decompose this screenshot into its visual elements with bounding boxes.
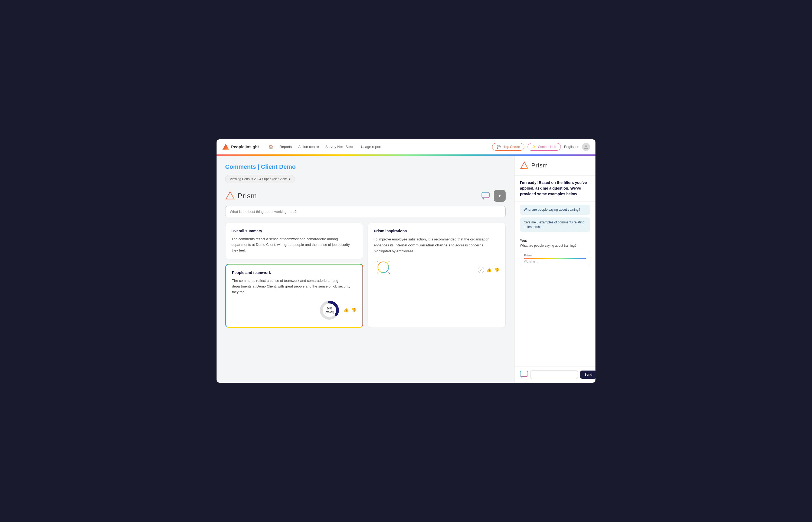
thumbs-up-inspiration[interactable]: 👍 (486, 267, 492, 273)
page-title: Comments | Client Demo (225, 163, 506, 170)
inspiration-title: Prism inspirations (374, 229, 499, 233)
lightbulb-icon (374, 259, 393, 281)
overall-summary-card: Overall summary The comments reflect a s… (225, 223, 363, 259)
thumbs-down-inspiration[interactable]: 👎 (494, 267, 499, 273)
sidebar-input-area: Send (515, 366, 596, 383)
chat-input-icon (520, 371, 528, 378)
user-icon (584, 145, 588, 149)
thumbs-row: 👍 👎 (344, 307, 356, 313)
thumbs-up-teamwork[interactable]: 👍 (344, 307, 349, 313)
language-selector[interactable]: English + (564, 145, 579, 149)
svg-rect-3 (482, 192, 489, 198)
nav-survey-next-steps[interactable]: Survey Next Steps (325, 144, 354, 150)
sidebar-conversation: You: What are people saying about traini… (515, 235, 596, 366)
thumbs-down-teamwork[interactable]: 👎 (351, 307, 356, 313)
chat-toggle-button[interactable] (480, 190, 491, 202)
prism-working-label: Prism (524, 254, 586, 257)
main-layout: Comments | Client Demo Viewing Census 20… (216, 156, 596, 383)
chat-icon (482, 192, 490, 200)
prism-working-block: Prism Working ... (520, 251, 590, 266)
help-centre-button[interactable]: 💬 Help Centre (492, 143, 524, 150)
sidebar-suggestions: What are people saying about training? G… (515, 201, 596, 235)
page-title-dynamic: Client Demo (261, 163, 295, 170)
plus-icon: + (577, 145, 579, 149)
logo: People|Insight (222, 143, 259, 150)
viewing-label: Viewing Census 2024 Super-User View (230, 177, 287, 181)
donut-chart: 34% (n=224) (318, 299, 340, 321)
page-title-static: Comments | (225, 163, 261, 170)
bulb-area: ✓ 👍 👎 (374, 259, 499, 281)
prism-sidebar: Prism I'm ready! Based on the filters yo… (514, 156, 596, 383)
sidebar-header: Prism (515, 156, 596, 176)
check-button[interactable]: ✓ (478, 267, 484, 273)
svg-line-14 (377, 273, 378, 274)
download-icon: ▼ (498, 194, 502, 198)
svg-rect-18 (520, 371, 528, 377)
content-area: Comments | Client Demo Viewing Census 20… (216, 156, 514, 383)
top-nav: People|Insight 🏠 Reports Action centre S… (216, 139, 596, 155)
svg-point-4 (378, 262, 389, 273)
working-bar (524, 258, 586, 259)
sidebar-prism-icon (520, 161, 528, 170)
svg-point-1 (585, 145, 587, 147)
people-teamwork-bottom: 34% (n=224) 👍 👎 (232, 299, 356, 321)
download-button[interactable]: ▼ (494, 190, 506, 202)
people-teamwork-title: People and teamwork (232, 270, 356, 275)
suggestion-2[interactable]: Give me 3 examples of comments relating … (520, 218, 590, 232)
nav-right-section: 💬 Help Centre ✨ Content Hub English + (492, 143, 590, 151)
chevron-down-icon: ▾ (289, 177, 290, 181)
lightbulb-svg (374, 259, 393, 280)
svg-line-9 (389, 261, 389, 262)
overall-summary-text: The comments reflect a sense of teamwork… (231, 236, 357, 253)
overall-summary-title: Overall summary (231, 229, 357, 233)
working-status: Working ... (524, 260, 586, 263)
user-label: You: (520, 239, 527, 243)
prism-header-row: Prism (225, 190, 506, 202)
sidebar-chat-icon (520, 370, 528, 379)
help-icon: 💬 (497, 145, 501, 149)
svg-line-11 (389, 273, 389, 274)
content-hub-button[interactable]: ✨ Content Hub (527, 143, 561, 150)
search-input[interactable] (225, 206, 506, 217)
svg-marker-17 (521, 162, 528, 168)
user-message: You: What are people saying about traini… (520, 238, 590, 248)
prism-logo: Prism (225, 191, 257, 201)
inspiration-text-bold: internal communication channels (394, 243, 451, 247)
cards-grid: Overall summary The comments reflect a s… (225, 223, 506, 328)
inspiration-text: To improve employee satisfaction, it is … (374, 236, 499, 254)
people-teamwork-text: The comments reflect a sense of teamwork… (232, 278, 356, 295)
suggestion-1[interactable]: What are people saying about training? (520, 205, 590, 215)
inspiration-actions: ✓ 👍 👎 (478, 267, 499, 273)
user-avatar[interactable] (582, 143, 590, 151)
nav-usage-report[interactable]: Usage report (361, 144, 381, 150)
logo-text: People|Insight (231, 144, 259, 149)
user-message-text: What are people saying about training? (520, 244, 577, 247)
svg-marker-0 (223, 144, 229, 149)
sidebar-prism-label: Prism (531, 162, 548, 169)
prism-action-buttons: ▼ (480, 190, 506, 202)
prism-label: Prism (238, 192, 257, 200)
sidebar-chat-input[interactable] (530, 370, 578, 379)
svg-marker-2 (226, 192, 234, 199)
svg-line-12 (377, 261, 378, 262)
prism-triangle-icon (225, 191, 235, 201)
prism-inspirations-card: Prism inspirations To improve employee s… (368, 223, 506, 328)
people-teamwork-card: People and teamwork The comments reflect… (225, 264, 363, 327)
logo-icon (222, 143, 230, 150)
viewing-selector[interactable]: Viewing Census 2024 Super-User View ▾ (225, 175, 295, 183)
donut-label: 34% (n=224) (325, 307, 334, 314)
nav-home[interactable]: 🏠 (269, 144, 273, 150)
nav-action-centre[interactable]: Action centre (298, 144, 319, 150)
nav-reports[interactable]: Reports (279, 144, 292, 150)
content-icon: ✨ (532, 145, 536, 149)
sidebar-ready-text: I'm ready! Based on the filters you've a… (515, 176, 596, 201)
send-button[interactable]: Send (580, 370, 596, 379)
